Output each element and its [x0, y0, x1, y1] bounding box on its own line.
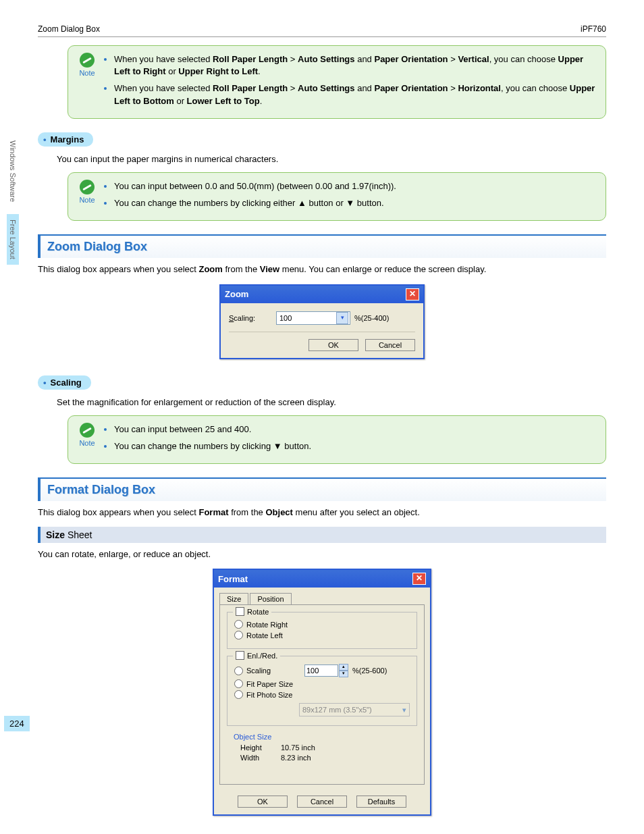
scaling-desc: Set the magnification for enlargement or… [57, 396, 606, 409]
section-zoom-dialog-box: Zoom Dialog Box [38, 234, 606, 258]
width-label: Width [240, 754, 281, 762]
side-tab-windows-software[interactable]: Windows Software [7, 135, 19, 207]
zoom-dialog-title: Zoom [225, 289, 248, 299]
tab-size[interactable]: Size [219, 593, 248, 604]
note-icon [80, 53, 95, 68]
rotate-right-label: Rotate Right [246, 621, 288, 629]
width-value: 8.23 inch [281, 754, 311, 762]
scaling-range: %(25-400) [354, 314, 389, 322]
rotate-left-label: Rotate Left [246, 631, 283, 640]
chevron-down-icon[interactable]: ▾ [336, 312, 348, 324]
enlred-group-label: Enl./Red. [247, 652, 277, 660]
height-label: Height [240, 744, 281, 752]
format-desc: This dialog box appears when you select … [38, 506, 606, 519]
note-label: Note [79, 69, 95, 77]
note-icon [80, 423, 95, 438]
scaling-spinner[interactable]: 100 [304, 664, 338, 677]
ok-button[interactable]: OK [308, 339, 358, 351]
note-box-scaling: Note You can input between 25 and 400. Y… [68, 415, 606, 464]
height-value: 10.75 inch [281, 744, 315, 752]
ok-button[interactable]: OK [238, 796, 288, 808]
scaling-range-label: %(25-600) [352, 667, 387, 675]
scaling-label: SScaling:caling: [229, 314, 276, 322]
radio-fit-paper[interactable] [234, 679, 243, 688]
group-rotate: Rotate Rotate Right Rotate Left [227, 612, 417, 649]
zoom-dialog: Zoom ✕ SScaling:caling: 100 ▾ %(25-400) … [219, 284, 425, 359]
fit-paper-label: Fit Paper Size [246, 680, 293, 688]
header-left: Zoom Dialog Box [38, 24, 100, 34]
tab-position[interactable]: Position [250, 593, 291, 604]
margins-desc: You can input the paper margins in numer… [57, 153, 606, 165]
heading-scaling: Scaling [38, 375, 91, 390]
close-icon[interactable]: ✕ [406, 288, 419, 301]
format-dialog-title: Format [218, 574, 248, 584]
spin-down-icon[interactable]: ▾ [339, 671, 348, 677]
scaling-note-1: You can input between 25 and 400. [114, 423, 311, 436]
photo-size-combo[interactable]: 89x127 mm (3.5"x5") ▾ [299, 703, 410, 716]
side-tab-free-layout[interactable]: Free Layout [7, 214, 19, 265]
zoom-desc: This dialog box appears when you select … [38, 263, 606, 276]
note1-item2: When you have selected Roll Paper Length… [114, 82, 596, 107]
subsection-size-sheet: Size Sheet [38, 527, 606, 543]
heading-margins: Margins [38, 132, 93, 147]
note-icon [80, 180, 95, 194]
note-box-margins: Note You can input between 0.0 and 50.0(… [68, 172, 606, 221]
margins-note-2: You can change the numbers by clicking e… [114, 197, 396, 209]
header-right: iPF760 [581, 24, 606, 34]
group-object-size: Object Size Height10.75 inch Width8.23 i… [227, 733, 417, 771]
enlred-checkbox[interactable] [236, 651, 244, 660]
scaling-note-2: You can change the numbers by clicking ▼… [114, 440, 311, 452]
page-number: 224 [4, 716, 30, 731]
section-format-dialog-box: Format Dialog Box [38, 477, 606, 501]
note-label: Note [79, 439, 95, 447]
radio-rotate-right[interactable] [234, 620, 243, 629]
margins-note-1: You can input between 0.0 and 50.0(mm) (… [114, 180, 396, 192]
object-size-title: Object Size [234, 733, 410, 741]
radio-fit-photo[interactable] [234, 690, 243, 699]
rotate-group-label: Rotate [247, 608, 269, 616]
size-sheet-desc: You can rotate, enlarge, or reduce an ob… [38, 548, 606, 561]
radio-scaling[interactable] [234, 667, 243, 675]
cancel-button[interactable]: Cancel [365, 339, 415, 351]
radio-rotate-left[interactable] [234, 631, 243, 640]
note1-item1: When you have selected Roll Paper Length… [114, 53, 596, 78]
rotate-checkbox[interactable] [236, 607, 244, 616]
spin-up-icon[interactable]: ▴ [339, 664, 348, 671]
defaults-button[interactable]: Defaults [356, 796, 406, 808]
chevron-down-icon[interactable]: ▾ [402, 706, 406, 714]
group-enlred: Enl./Red. Scaling 100 ▴▾ %(25-600) Fit P… [227, 656, 417, 726]
note-box-orientation: Note When you have selected Roll Paper L… [68, 45, 606, 119]
scaling-combo[interactable]: 100 ▾ [276, 311, 350, 325]
note-label: Note [79, 196, 95, 204]
close-icon[interactable]: ✕ [412, 573, 426, 585]
cancel-button[interactable]: Cancel [297, 796, 347, 808]
scaling-option-label: Scaling [246, 667, 304, 675]
fit-photo-label: Fit Photo Size [246, 691, 292, 699]
side-tabs: Windows Software Free Layout [7, 135, 19, 271]
photo-size-value: 89x127 mm (3.5"x5") [302, 706, 372, 714]
format-dialog: Format ✕ Size Position Rotate Rotate Rig… [213, 569, 431, 816]
scaling-value: 100 [279, 314, 333, 322]
